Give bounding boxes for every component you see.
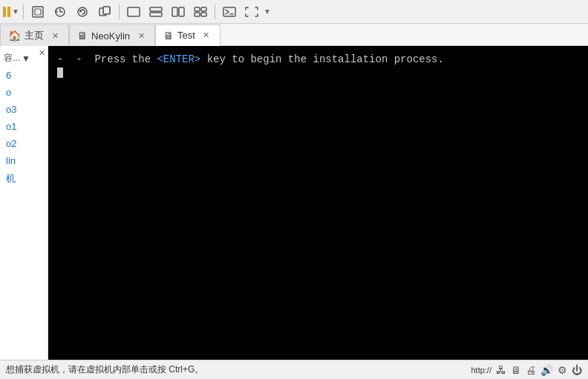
- tab-home-label: 主页: [24, 29, 44, 42]
- sidebar-item-2[interactable]: o3: [0, 101, 48, 118]
- separator-2: [119, 4, 120, 19]
- statusbar-text: 想捕获虚拟机，请在虚拟机内部单击或按 Ctrl+G。: [6, 363, 203, 376]
- sound-status-icon[interactable]: 🔊: [540, 364, 553, 376]
- main-area: ✕ 容... ▼ 6 o o3 o1 o2 lin 机 - - Press th…: [0, 46, 588, 360]
- svg-rect-10: [172, 7, 177, 16]
- terminal-area[interactable]: - - Press the <ENTER> key to begin the i…: [48, 46, 588, 360]
- sidebar: ✕ 容... ▼ 6 o o3 o1 o2 lin 机: [0, 46, 48, 360]
- view3-button[interactable]: [168, 2, 189, 22]
- pause-dropdown-arrow[interactable]: ▼: [12, 7, 19, 16]
- pause-button[interactable]: [3, 7, 10, 17]
- sidebar-dropdown-icon: ▼: [22, 53, 30, 64]
- svg-rect-5: [103, 7, 110, 14]
- sidebar-close-button[interactable]: ✕: [39, 48, 45, 58]
- tab-bar: 🏠 主页 ✕ 🖥 NeoKylin ✕ 🖥 Test ✕: [0, 24, 588, 46]
- statusbar-left: 想捕获虚拟机，请在虚拟机内部单击或按 Ctrl+G。: [6, 363, 203, 376]
- display-status-icon[interactable]: 🖥: [511, 364, 521, 376]
- settings-status-icon[interactable]: ⚙: [558, 364, 567, 376]
- snapshot-button[interactable]: [27, 2, 48, 22]
- svg-rect-1: [35, 9, 41, 15]
- svg-rect-7: [128, 7, 140, 16]
- tab-test-close[interactable]: ✕: [200, 30, 212, 42]
- printer-status-icon[interactable]: 🖨: [526, 364, 536, 376]
- tab-neokylin-label: NeoKylin: [91, 30, 130, 42]
- tab-neokylin-close[interactable]: ✕: [135, 30, 147, 42]
- tab-test-label: Test: [177, 30, 195, 41]
- home-tab-icon: 🏠: [8, 30, 21, 42]
- svg-rect-11: [179, 7, 184, 16]
- svg-rect-8: [150, 7, 162, 11]
- terminal-text-suffix: key to begin the installation process.: [200, 52, 444, 67]
- fullscreen-dropdown-arrow[interactable]: ▼: [264, 7, 271, 16]
- tab-test[interactable]: 🖥 Test ✕: [155, 24, 220, 46]
- terminal-line-2: [57, 67, 579, 78]
- toolbar: ▼: [0, 0, 588, 24]
- svg-rect-14: [195, 13, 200, 16]
- view1-button[interactable]: [123, 2, 144, 22]
- network-status-icon[interactable]: 🖧: [496, 364, 506, 376]
- sidebar-dropdown-label: 容...: [4, 52, 20, 65]
- tab-neokylin[interactable]: 🖥 NeoKylin ✕: [69, 24, 155, 46]
- terminal-cursor: [57, 67, 63, 78]
- separator-1: [23, 4, 24, 19]
- tab-home[interactable]: 🏠 主页 ✕: [0, 24, 69, 46]
- sidebar-item-4[interactable]: o2: [0, 135, 48, 152]
- sidebar-item-3[interactable]: o1: [0, 118, 48, 135]
- test-tab-icon: 🖥: [163, 30, 174, 42]
- pause-icon: [3, 7, 10, 17]
- svg-point-3: [78, 7, 87, 16]
- clone-button[interactable]: [94, 2, 115, 22]
- power-status-icon[interactable]: ⏻: [572, 364, 582, 376]
- sidebar-item-6[interactable]: 机: [0, 169, 48, 188]
- view4-button[interactable]: [190, 2, 211, 22]
- svg-rect-13: [201, 7, 206, 11]
- history-button[interactable]: [50, 2, 71, 22]
- svg-rect-9: [150, 13, 162, 16]
- terminal-button[interactable]: [219, 2, 240, 22]
- sidebar-item-5[interactable]: lin: [0, 152, 48, 169]
- fullscreen-button[interactable]: [241, 2, 262, 22]
- terminal-text-press: - Press the: [76, 52, 157, 67]
- svg-rect-16: [223, 7, 235, 16]
- neokylin-tab-icon: 🖥: [77, 30, 88, 42]
- separator-3: [215, 4, 215, 19]
- svg-rect-15: [201, 13, 206, 16]
- sidebar-item-1[interactable]: o: [0, 84, 48, 101]
- view2-button[interactable]: [146, 2, 166, 22]
- svg-rect-0: [33, 7, 43, 17]
- terminal-line-1: - - Press the <ENTER> key to begin the i…: [57, 52, 579, 67]
- terminal-prompt: -: [57, 52, 76, 67]
- restore-button[interactable]: [72, 2, 93, 22]
- svg-rect-12: [195, 7, 200, 11]
- sidebar-item-0[interactable]: 6: [0, 67, 48, 84]
- status-bar: 想捕获虚拟机，请在虚拟机内部单击或按 Ctrl+G。 http:// 🖧 🖥 🖨…: [0, 360, 588, 379]
- statusbar-right: http:// 🖧 🖥 🖨 🔊 ⚙ ⏻: [471, 364, 582, 376]
- tab-home-close[interactable]: ✕: [49, 30, 61, 42]
- statusbar-url: http://: [471, 366, 491, 375]
- terminal-highlight-enter: <ENTER>: [157, 52, 200, 67]
